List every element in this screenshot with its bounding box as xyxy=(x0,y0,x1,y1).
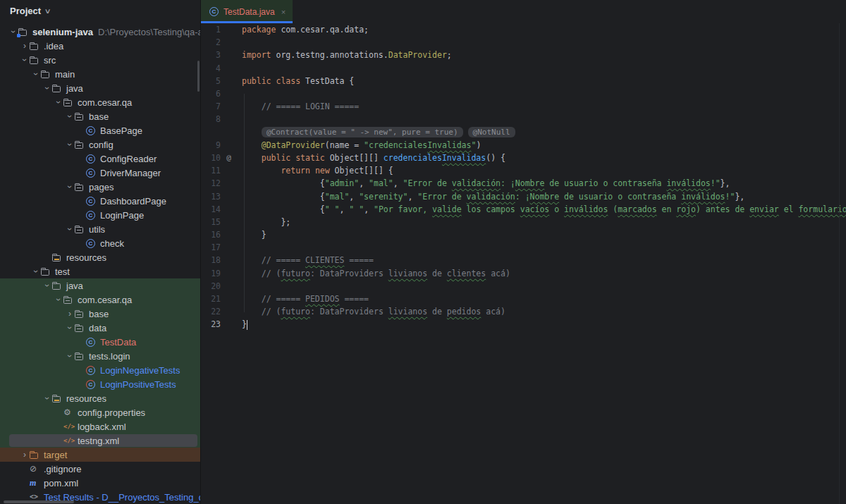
tree-item-dashboardpage[interactable]: CDashboardPage xyxy=(0,194,200,208)
xml-file-icon: </> xyxy=(63,422,76,431)
resources-folder-icon xyxy=(52,394,65,402)
line-number: 13 xyxy=(201,192,221,202)
tree-item-configreader[interactable]: CConfigReader xyxy=(0,152,200,166)
tree-item-label: check xyxy=(100,238,124,249)
folder-icon xyxy=(52,281,65,290)
package-icon xyxy=(63,98,76,106)
editor-area: C TestData.java × 1package com.cesar.qa.… xyxy=(201,0,846,504)
code-line-8: 8 xyxy=(201,113,846,125)
tree-item-config-properties[interactable]: ⚙config.properties xyxy=(0,405,200,419)
package-icon xyxy=(75,140,87,149)
chevron-open-icon[interactable]: › xyxy=(54,97,63,107)
line-number: 5 xyxy=(201,76,221,86)
tree-item-pom-xml[interactable]: mpom.xml xyxy=(0,476,200,490)
tree-item-testng-xml[interactable]: </>testng.xml xyxy=(0,434,200,448)
chevron-closed-icon[interactable]: › xyxy=(20,41,30,51)
chevron-open-icon[interactable]: › xyxy=(31,69,41,79)
code-editor[interactable]: 1package com.cesar.qa.data;23import org.… xyxy=(201,23,846,504)
folder-icon xyxy=(41,70,54,78)
right-margin-guide xyxy=(839,23,840,504)
tree-item-java[interactable]: ›java xyxy=(0,81,200,95)
tree-item-label: test xyxy=(55,266,70,277)
tree-item-config[interactable]: ›config xyxy=(0,137,200,152)
tree-item-base[interactable]: ›base xyxy=(0,109,200,123)
tree-item-loginnegativetests[interactable]: CLoginNegativeTests xyxy=(0,363,200,377)
chevron-open-icon[interactable]: › xyxy=(65,111,75,121)
tree-item-drivermanager[interactable]: CDriverManager xyxy=(0,166,200,180)
chevron-open-icon[interactable]: › xyxy=(42,393,52,403)
tree-item-tests-login[interactable]: ›tests.login xyxy=(0,349,200,363)
package-icon xyxy=(63,295,76,304)
line-number: 15 xyxy=(201,217,221,227)
tree-item-resources[interactable]: resources xyxy=(0,250,200,264)
tree-item-label: data xyxy=(89,323,106,333)
tree-item-loginpositivetests[interactable]: CLoginPositiveTests xyxy=(0,377,200,391)
line-number: 19 xyxy=(201,269,221,278)
chevron-open-icon[interactable]: › xyxy=(42,83,52,93)
chevron-open-icon[interactable]: › xyxy=(20,55,30,65)
tree-item-label: pom.xml xyxy=(44,478,78,488)
code-line-2: 2 xyxy=(201,36,846,49)
line-number: 17 xyxy=(201,242,221,252)
annotation-gutter-icon: @ xyxy=(223,153,234,162)
tree-item-com-cesar-qa[interactable]: ›com.cesar.qa xyxy=(0,293,200,307)
chevron-open-icon[interactable]: › xyxy=(42,281,52,290)
chevron-open-icon[interactable]: › xyxy=(65,140,75,149)
chevron-closed-icon[interactable]: › xyxy=(65,309,75,319)
tree-item-label: resources xyxy=(66,393,106,404)
tab-testdata-java[interactable]: C TestData.java × xyxy=(201,0,293,23)
chevron-open-icon[interactable]: › xyxy=(65,323,75,333)
line-number: 9 xyxy=(201,140,221,150)
line-number: 11 xyxy=(201,166,221,176)
tree-item-basepage[interactable]: CBasePage xyxy=(0,123,200,137)
line-number: 18 xyxy=(201,255,221,265)
tree-item-java[interactable]: ›java xyxy=(0,278,200,293)
chevron-open-icon[interactable]: › xyxy=(65,224,75,234)
tree-item-base[interactable]: ›base xyxy=(0,307,200,321)
package-icon xyxy=(75,112,87,121)
code-line-17: 17 xyxy=(201,241,846,254)
tree-item-src[interactable]: ›src xyxy=(0,53,200,67)
line-number: 3 xyxy=(201,50,221,60)
chevron-closed-icon[interactable]: › xyxy=(20,450,30,460)
code-line-3: 3import org.testng.annotations.DataProvi… xyxy=(201,49,846,61)
tree-item-label: config xyxy=(89,140,114,150)
tree-item-resources[interactable]: ›resources xyxy=(0,391,200,405)
project-tree-horizontal-scrollbar[interactable] xyxy=(4,500,74,503)
class-icon: C xyxy=(86,239,99,248)
chevron-open-icon[interactable]: › xyxy=(31,266,41,276)
inlay-hint-pill: @NotNull xyxy=(468,127,515,137)
tree-item-target[interactable]: ›target xyxy=(0,448,200,462)
tree-item--idea[interactable]: ›.idea xyxy=(0,39,200,53)
line-number: 2 xyxy=(201,37,221,47)
tree-item-loginpage[interactable]: CLoginPage xyxy=(0,208,200,222)
tree-item-utils[interactable]: ›utils xyxy=(0,222,200,236)
tree-item-testdata[interactable]: CTestData xyxy=(0,335,200,349)
folder-icon xyxy=(52,84,65,92)
tree-item-selenium-java[interactable]: ›selenium-javaD:\Proyectos\Testing\qa-au… xyxy=(0,25,200,39)
chevron-open-icon[interactable]: › xyxy=(65,182,75,192)
inlay-hint-pill: @Contract(value = " -> new", pure = true… xyxy=(262,127,463,137)
tree-item-test[interactable]: ›test xyxy=(0,264,200,278)
project-panel-header[interactable]: Project ∨ xyxy=(0,0,200,21)
tree-item-main[interactable]: ›main xyxy=(0,67,200,81)
tree-item-data[interactable]: ›data xyxy=(0,321,200,335)
code-line-6: 6 xyxy=(201,87,846,100)
gear-icon: ⚙ xyxy=(63,408,76,417)
class-icon: C xyxy=(86,211,99,220)
chevron-open-icon[interactable]: › xyxy=(54,295,63,305)
folder-icon xyxy=(41,267,54,276)
tree-item-com-cesar-qa[interactable]: ›com.cesar.qa xyxy=(0,95,200,109)
package-icon xyxy=(75,324,87,332)
line-number: 12 xyxy=(201,178,221,188)
chevron-open-icon[interactable]: › xyxy=(65,351,75,361)
close-icon[interactable]: × xyxy=(281,8,286,16)
class-icon: C xyxy=(86,338,99,347)
tree-item-check[interactable]: Ccheck xyxy=(0,236,200,250)
tree-item-logback-xml[interactable]: </>logback.xml xyxy=(0,419,200,434)
code-line-7: 7 // ===== LOGIN ===== xyxy=(201,100,846,113)
tree-item--gitignore[interactable]: ⊘.gitignore xyxy=(0,462,200,476)
tree-item-label: com.cesar.qa xyxy=(78,97,132,108)
project-tree-vertical-scrollbar[interactable] xyxy=(197,61,200,92)
tree-item-pages[interactable]: ›pages xyxy=(0,180,200,194)
